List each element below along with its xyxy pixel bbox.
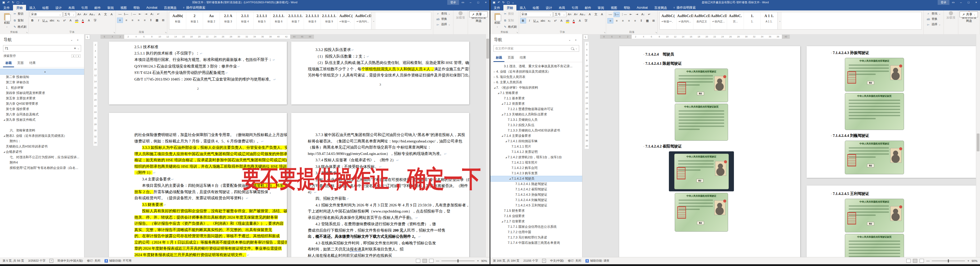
increase-indent-button[interactable]: ⇥ [634,12,640,17]
subscript-button[interactable]: x₂ [56,18,61,23]
nav-heading-item[interactable]: ◢附表2. 业绩（近年承担的项目及完成情况） [0,133,84,139]
cut-button[interactable]: ✂剪切 [503,12,517,16]
page-indicator[interactable]: 第 5 页, 共 56 页 [3,259,24,263]
justify-button[interactable]: ≡ [626,18,632,23]
nav-heading-item[interactable]: 7.1.4.2.4.3 孙振驾驶证 [490,192,582,198]
driver-license-image[interactable]: 中华人民共和国机动车驾驶证B2 [675,68,728,102]
driver-license-image[interactable]: 中华人民共和国机动车驾驶证B2 [675,193,728,231]
vertical-ruler[interactable]: 246810121416182022242628303234363840 [585,42,589,149]
nav-heading-item[interactable]: 7.1.4.1.2 发票证明 [490,149,582,155]
accessibility-indicator[interactable]: ♿辅助功能: 不可用 [104,259,131,263]
font-size-select[interactable]: 五号⌄ [554,12,566,17]
style-item[interactable]: AaBbCcDdI表内正文 [694,12,710,29]
shrink-font-button[interactable]: A˅ [83,12,88,17]
share-button[interactable]: ↗ 共享 ⌄ [469,11,488,17]
ribbon-tab-帮助[interactable]: 帮助 [620,5,633,10]
style-item[interactable]: AaBbCcD↵表内列... [676,12,694,29]
tab-stop-selector[interactable]: L [85,35,90,40]
numbering-button[interactable]: 1— [614,12,620,17]
print-layout-icon[interactable] [423,259,427,263]
nav-pane-dropdown-icon[interactable]: ⌄ [68,38,75,41]
document-scrollbar[interactable] [485,34,490,257]
nav-heading-item[interactable]: 7.1.7.2 信用中国 [490,230,582,235]
highlight-color-button[interactable]: ab [565,18,570,23]
ribbon-tab-设计[interactable]: 设计 [52,5,65,10]
nav-tab-结果[interactable]: 结果 [27,60,38,67]
language-indicator[interactable]: 简体中文(中国大陆) [57,259,83,263]
restore-button[interactable]: □ [474,0,482,5]
nav-heading-item[interactable]: 7.1.4.2.4.1 陈超驾驶证 [490,181,582,187]
nav-search-input[interactable]: 71 × ⌄ [3,45,81,52]
font-name-select[interactable]: 宋体⌄ [520,12,553,17]
nav-heading-item[interactable]: 7.1.7.3 无行贿犯罪行为承诺 [490,235,582,240]
nav-heading-item[interactable]: 附件1： [0,139,84,144]
style-item[interactable]: AaBb(标题 [169,12,186,29]
nav-heading-item[interactable]: 7.1.4.1.1 照片 [490,144,582,149]
nav-heading-item[interactable]: 7.1.3.1 关键岗位人员 [490,117,582,123]
minimize-button[interactable]: – [957,0,965,5]
nav-heading-item[interactable]: ◢7.1.2 资质要求 [490,101,582,106]
find-button[interactable]: ⌕查找⌄ [436,12,450,16]
vertical-ruler[interactable]: 246810121416182022242628303234 [93,42,97,146]
distribute-button[interactable]: ≡ [632,18,638,23]
borders-button[interactable]: ⊞ [651,18,656,23]
nav-heading-item[interactable]: ◢第九章 投标文件格式 [0,117,84,123]
collapse-arrow-icon[interactable]: ◢ [508,176,512,181]
search-options-chevron-icon[interactable]: ⌄ [77,47,79,50]
enclose-characters-button[interactable]: A [109,12,114,17]
highlight-color-button[interactable]: ab [74,18,79,23]
driver-license-photo-dark[interactable]: 中华人民共和国机动车驾驶证B2 [669,151,734,192]
undo-icon[interactable]: ↶ [498,0,500,5]
enclose-characters-button[interactable]: A [599,12,605,17]
zoom-out-button[interactable]: — [436,259,439,263]
style-item[interactable]: 1.1. [744,12,761,29]
style-item[interactable]: 2标题 1 [186,12,203,29]
select-button[interactable]: ▻选择⌄ [436,22,450,26]
document-icon[interactable]: ▢ [17,0,19,5]
document-scrollbar[interactable] [976,34,980,257]
word-count[interactable]: 21155 个字 [523,259,538,263]
restore-button[interactable]: □ [965,0,972,5]
search-options-chevron-icon[interactable]: ⌄ [575,47,578,50]
collapse-arrow-icon[interactable]: ◢ [504,155,508,160]
addins-button[interactable]: 加载项 [455,11,467,19]
horizontal-ruler[interactable]: 6422468101214161820222426283032343638404… [100,35,314,39]
numbering-button[interactable]: 1— [123,12,129,17]
enclose-char-button[interactable]: 字 [583,18,589,23]
horizontal-ruler[interactable]: 8642246810121416182022242628303234363840 [600,35,790,39]
decrease-indent-button[interactable]: ⇤ [137,12,143,17]
language-indicator[interactable]: 中文(中国) [550,259,564,263]
nav-heading-item[interactable]: 附件4 [0,160,84,165]
collapse-arrow-icon[interactable]: ◢ [3,133,6,139]
strikethrough-button[interactable]: abc [49,18,55,23]
ribbon-tab-审阅[interactable]: 审阅 [594,5,608,10]
nav-tab-页面[interactable]: 页面 [506,55,516,62]
nav-tab-标题[interactable]: 标题 [493,55,504,62]
copy-button[interactable]: ⧉复制 [503,19,517,22]
align-left-button[interactable]: ≡ [608,18,613,24]
nav-heading-item[interactable]: 7.1.4.2.4.4 刘巍驾驶证 [490,198,582,203]
underline-button[interactable]: U ⌄ [42,18,48,23]
title-bar[interactable]: ▣ ↶ ↻ ▢ ⌄ 盘锦辽河井鑫实业有限公司-管杆修复-投标文件 - Word … [490,0,980,5]
ribbon-tab-百度网盘[interactable]: 百度网盘 [161,5,180,10]
nav-heading-item[interactable]: ◢7. 《初步评审》中响应的资料 [490,85,582,90]
document-icon[interactable]: ▢ [507,0,509,5]
cut-button[interactable]: ✂剪切 [13,12,27,16]
align-right-button[interactable]: ≡ [620,18,625,23]
nav-heading-item[interactable]: ◢合规承诺书 [0,149,84,155]
change-case-button[interactable]: Aa⌄ [579,12,587,17]
align-center-button[interactable]: ≡ [614,18,619,23]
nav-heading-item[interactable]: 7.1.4.2.1 现车照片 [490,160,582,165]
style-item[interactable]: 2.1.1.1.1.标题 7 [287,12,304,29]
nav-heading-item[interactable]: 第八章 合同条款及格式 [0,112,84,117]
nav-tab-结果[interactable]: 结果 [517,55,528,62]
nav-tab-标题[interactable]: 标题 [3,60,14,67]
style-item[interactable]: 2.1.1.1.1.标题 9 [321,12,337,29]
ribbon-tab-设计[interactable]: 设计 [542,5,555,10]
tell-me-search[interactable]: ♀操作说明搜索 [670,5,698,10]
align-left-button[interactable]: ≡ [117,17,123,23]
login-button[interactable]: 登录 [447,0,459,5]
style-item[interactable]: AaBbC.页... [727,12,744,29]
ribbon-tab-绘图[interactable]: 绘图 [39,5,52,10]
nav-heading-item[interactable]: 第七章 报价要求 [0,106,84,112]
